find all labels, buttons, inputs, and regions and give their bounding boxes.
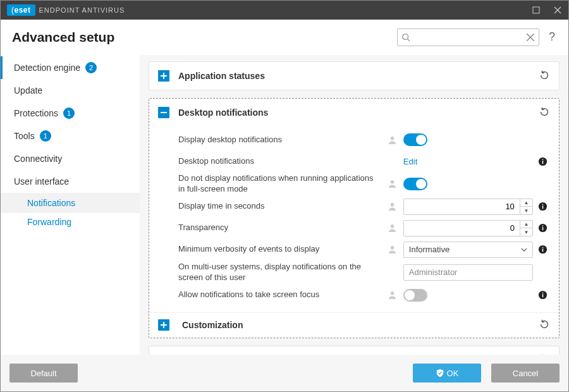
chevron-up-icon[interactable]: ▲: [520, 199, 532, 207]
subsection-title: Customization: [182, 320, 243, 330]
sidebar-subitem-notifications[interactable]: Notifications: [1, 193, 140, 213]
panel-title: Desktop notifications: [178, 107, 268, 118]
collapse-icon[interactable]: [158, 107, 169, 118]
body: Detection engine 2 Update Protections 1 …: [1, 55, 568, 355]
svg-rect-15: [542, 204, 543, 205]
info-icon[interactable]: [535, 290, 550, 300]
info-icon[interactable]: [535, 245, 550, 254]
setting-label: Transparency: [178, 223, 387, 233]
main-content: Application statuses Desktop notificatio…: [140, 55, 568, 355]
row-fullscreen-suppress: Do not display notifications when runnin…: [178, 172, 550, 196]
svg-point-16: [391, 224, 395, 228]
chevron-down-icon: [521, 247, 527, 253]
row-transparency: Transparency ▲▼: [178, 217, 550, 239]
setting-label: Desktop notifications: [178, 156, 387, 167]
window-maximize-button[interactable]: [525, 1, 547, 20]
svg-rect-19: [542, 226, 543, 227]
sidebar-badge: 1: [63, 107, 75, 119]
reset-button[interactable]: [539, 106, 550, 119]
sidebar-item-label: Update: [14, 85, 42, 95]
chevron-up-icon[interactable]: ▲: [520, 221, 532, 229]
subsection-customization[interactable]: Customization: [149, 312, 559, 338]
app-window: (eset ENDPOINT ANTIVIRUS Advanced setup …: [0, 0, 569, 392]
toggle-screen-focus[interactable]: [403, 289, 427, 302]
svg-rect-23: [542, 247, 543, 248]
window-close-button[interactable]: [547, 1, 568, 20]
svg-rect-18: [542, 227, 543, 230]
edit-link[interactable]: Edit: [403, 157, 417, 166]
display-time-input[interactable]: ▲▼: [403, 199, 533, 215]
verbosity-select[interactable]: Informative: [403, 242, 533, 258]
svg-point-20: [391, 246, 395, 250]
info-icon[interactable]: [535, 202, 550, 211]
svg-rect-27: [542, 293, 543, 294]
spinner[interactable]: ▲▼: [520, 221, 532, 236]
svg-point-7: [391, 136, 395, 140]
sidebar-item-protections[interactable]: Protections 1: [1, 102, 140, 125]
multi-user-value: Administrator: [409, 267, 458, 277]
product-name: ENDPOINT ANTIVIRUS: [39, 6, 125, 14]
toggle-fullscreen-suppress[interactable]: [403, 178, 427, 190]
sidebar-item-label: User interface: [14, 176, 69, 187]
svg-rect-10: [542, 159, 543, 160]
sidebar-subitem-forwarding[interactable]: Forwarding: [1, 213, 140, 231]
help-button[interactable]: ?: [547, 30, 557, 44]
sidebar-item-update[interactable]: Update: [1, 79, 140, 102]
ok-button[interactable]: OK: [413, 364, 481, 383]
chevron-down-icon[interactable]: ▼: [520, 207, 532, 214]
info-icon[interactable]: [535, 157, 550, 166]
sidebar-item-label: Protections: [14, 108, 58, 118]
clear-search-icon[interactable]: [526, 33, 535, 42]
panel-header-desktop-notifications[interactable]: Desktop notifications: [149, 99, 559, 126]
setting-label: Allow notifications to take screen focus: [178, 290, 387, 300]
reset-button[interactable]: [539, 319, 550, 332]
svg-rect-0: [533, 7, 539, 13]
row-verbosity: Minimum verbosity of events to display I…: [178, 239, 550, 260]
title-bar: (eset ENDPOINT ANTIVIRUS: [1, 1, 568, 20]
user-icon: [387, 179, 398, 188]
sidebar-item-connectivity[interactable]: Connectivity: [1, 147, 140, 170]
info-icon[interactable]: [535, 223, 550, 233]
sidebar-item-label: Detection engine: [14, 63, 80, 73]
settings-rows: Display desktop notifications Desktop no…: [149, 126, 559, 312]
verbosity-value: Informative: [409, 245, 450, 254]
transparency-input[interactable]: ▲▼: [403, 220, 533, 236]
default-button[interactable]: Default: [9, 364, 78, 383]
expand-icon[interactable]: [158, 319, 169, 331]
setting-label: Display desktop notifications: [178, 135, 387, 145]
search-input[interactable]: [413, 32, 523, 42]
display-time-value[interactable]: [404, 199, 520, 214]
row-display-time: Display time in seconds ▲▼: [178, 196, 550, 217]
panel-header-interactive-alerts[interactable]: Interactive alerts: [149, 346, 559, 355]
reset-button[interactable]: [539, 70, 550, 83]
svg-rect-14: [542, 205, 543, 209]
sidebar-item-label: Connectivity: [14, 154, 62, 164]
panel-header-application-statuses[interactable]: Application statuses: [149, 62, 559, 90]
transparency-value[interactable]: [404, 221, 520, 236]
sidebar-item-label: Tools: [14, 131, 35, 141]
multi-user-input[interactable]: Administrator: [403, 264, 533, 281]
panel-title: Application statuses: [178, 71, 265, 81]
search-input-wrapper[interactable]: [397, 28, 539, 46]
chevron-down-icon[interactable]: ▼: [520, 228, 532, 236]
toggle-display-desktop-notifications[interactable]: [403, 133, 427, 146]
row-multi-user: On multi-user systems, display notificat…: [178, 260, 550, 285]
sidebar-item-label: Notifications: [27, 198, 75, 208]
sidebar-item-user-interface[interactable]: User interface: [1, 170, 140, 193]
sidebar-item-tools[interactable]: Tools 1: [1, 125, 140, 147]
user-icon: [387, 202, 398, 211]
cancel-button[interactable]: Cancel: [491, 364, 560, 383]
window-controls: [525, 1, 568, 20]
user-icon: [387, 223, 398, 233]
row-desktop-notifications-edit: Desktop notifications Edit: [178, 150, 550, 172]
spinner[interactable]: ▲▼: [520, 199, 532, 214]
user-icon: [387, 245, 398, 254]
sidebar-item-detection-engine[interactable]: Detection engine 2: [1, 56, 140, 79]
svg-point-11: [391, 180, 395, 184]
svg-point-12: [391, 203, 395, 207]
footer: Default OK Cancel: [1, 355, 568, 391]
row-display-desktop-notifications: Display desktop notifications: [178, 129, 550, 150]
user-icon: [387, 290, 398, 300]
expand-icon[interactable]: [158, 70, 169, 82]
svg-point-24: [391, 291, 395, 295]
